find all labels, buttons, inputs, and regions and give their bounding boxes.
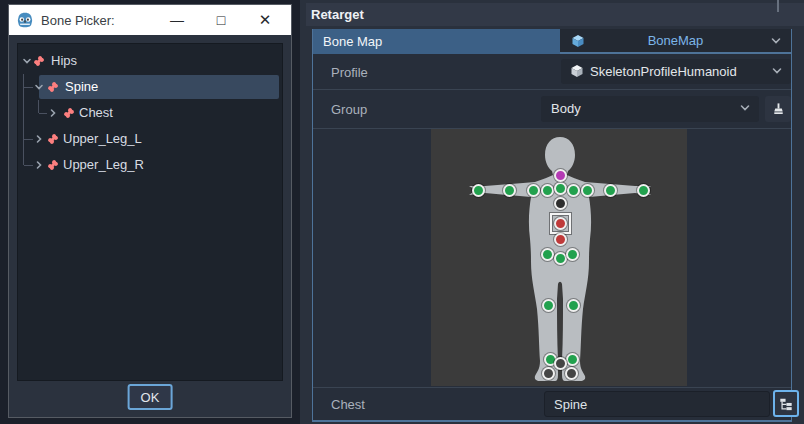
tree-item-upper-leg-r[interactable]: Upper_Leg_R: [18, 152, 282, 178]
tree-item-label: Upper_Leg_R: [63, 152, 144, 178]
profile-dropdown[interactable]: SkeletonProfileHumanoid: [561, 59, 791, 84]
bone-map-dot-mapped[interactable]: [541, 184, 554, 197]
tree-item-chest[interactable]: Chest: [18, 100, 282, 126]
tree-item-spine[interactable]: Spine: [18, 74, 282, 100]
bone-map-dot-unmapped[interactable]: [554, 233, 567, 246]
inspector-panel: Retarget Bone Map BoneMap Profile: [300, 0, 804, 424]
bone-tree: Hips Spine Chest Upper_Leg_L: [17, 43, 283, 381]
retarget-section-header[interactable]: Retarget: [306, 3, 804, 26]
row-separator: [313, 387, 791, 388]
tree-item-label: Chest: [79, 100, 113, 126]
chevron-down-icon[interactable]: [34, 82, 44, 92]
open-bone-picker-button[interactable]: [773, 390, 799, 417]
chest-bone-label: Chest: [331, 397, 365, 412]
close-button[interactable]: ✕: [252, 5, 278, 35]
bone-map-dot-unset[interactable]: [554, 197, 567, 210]
group-value: Body: [551, 96, 581, 122]
bone-map-dot-empty[interactable]: [542, 367, 555, 380]
bone-icon: [46, 132, 60, 146]
dialog-footer: OK: [9, 381, 291, 417]
bone-map-dot-empty[interactable]: [554, 357, 567, 370]
bone-map-dot-mapped[interactable]: [581, 184, 594, 197]
bone-map-dot-mapped[interactable]: [527, 184, 540, 197]
bone-map-dot-mapped[interactable]: [567, 299, 580, 312]
bone-icon: [62, 106, 76, 120]
bone-map-dot-mapped[interactable]: [637, 184, 650, 197]
bone-icon: [32, 54, 46, 68]
broom-icon: [771, 102, 786, 117]
minimize-button[interactable]: —: [164, 5, 190, 35]
dialog-titlebar[interactable]: Bone Picker: — □ ✕: [9, 5, 291, 35]
bone-map-dot-mapped[interactable]: [554, 182, 567, 195]
dialog-title: Bone Picker:: [41, 13, 115, 28]
group-select[interactable]: Body: [541, 96, 759, 122]
chevron-down-icon[interactable]: [22, 56, 32, 66]
bone-icon: [46, 80, 60, 94]
chevron-down-icon: [739, 103, 751, 113]
row-separator: [313, 89, 791, 90]
chevron-down-icon: [770, 36, 782, 46]
resource-value: BoneMap: [560, 29, 791, 53]
bone-map-dot-mapped[interactable]: [503, 184, 516, 197]
bone-map-dot-empty[interactable]: [565, 367, 578, 380]
clear-mappings-button[interactable]: [765, 96, 791, 122]
bone-map-dot-mapped[interactable]: [566, 248, 579, 261]
tree-icon: [779, 397, 793, 411]
bone-map-dot-mapped[interactable]: [567, 184, 580, 197]
bone-map-dot-selected_group[interactable]: [554, 169, 567, 182]
profile-value: SkeletonProfileHumanoid: [590, 59, 737, 84]
bone-map-dot-unmapped[interactable]: [554, 217, 567, 230]
bone-icon: [46, 158, 60, 172]
chest-bone-input[interactable]: [544, 391, 770, 417]
screenshot-root: Bone Picker: — □ ✕ Hips: [0, 0, 804, 424]
bone-map-property-label[interactable]: Bone Map: [313, 29, 560, 54]
tree-item-hips[interactable]: Hips: [18, 48, 282, 74]
bone-map-resource-dropdown[interactable]: BoneMap: [560, 29, 791, 54]
bone-picker-dialog: Bone Picker: — □ ✕ Hips: [8, 4, 292, 418]
tree-item-label: Spine: [65, 74, 98, 100]
bone-map-dot-mapped[interactable]: [541, 248, 554, 261]
chevron-right-icon[interactable]: [34, 160, 44, 170]
bone-map-dot-mapped[interactable]: [472, 184, 485, 197]
bone-map-dot-mapped[interactable]: [566, 353, 579, 366]
tree-item-upper-leg-l[interactable]: Upper_Leg_L: [18, 126, 282, 152]
bone-map-dot-mapped[interactable]: [604, 184, 617, 197]
chevron-right-icon[interactable]: [34, 134, 44, 144]
maximize-button[interactable]: □: [208, 5, 234, 35]
tree-item-label: Hips: [51, 48, 77, 74]
tree-item-label: Upper_Leg_L: [63, 126, 142, 152]
group-label: Group: [331, 102, 367, 117]
profile-label: Profile: [331, 65, 368, 80]
figure-canvas[interactable]: [431, 129, 687, 386]
bone-map-section: Bone Map BoneMap Profile SkeletonProf: [312, 29, 792, 422]
ok-button[interactable]: OK: [128, 384, 173, 410]
bone-map-dot-mapped[interactable]: [542, 299, 555, 312]
bone-map-dot-mapped[interactable]: [554, 252, 567, 265]
godot-icon: [16, 11, 34, 29]
section-title: Retarget: [311, 7, 364, 22]
chevron-down-icon: [771, 66, 783, 76]
background-ui-divider: [777, 0, 779, 12]
resource-cube-icon: [570, 64, 584, 78]
chevron-right-icon[interactable]: [48, 108, 58, 118]
